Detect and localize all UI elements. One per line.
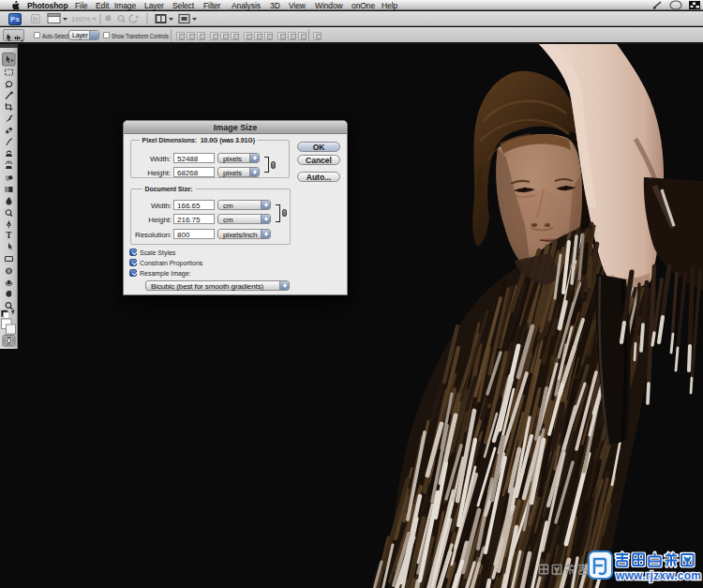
- svg-text:T: T: [6, 231, 12, 240]
- svg-text:100%: 100%: [71, 15, 90, 23]
